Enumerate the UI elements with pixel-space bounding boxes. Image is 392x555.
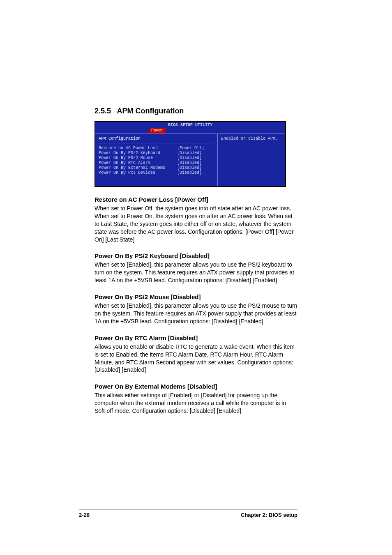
page: 2.5.5 APM Configuration BIOS SETUP UTILI…: [0, 0, 392, 555]
option-body: Allows you to enable or disable RTC to g…: [95, 343, 297, 374]
option-body: When set to Power Off, the system goes i…: [95, 205, 297, 243]
bios-row[interactable]: Power On By PCI Devices [Disabled]: [99, 170, 214, 175]
bios-row[interactable]: Power On By PS/2 Keyboard [Disabled]: [99, 151, 214, 156]
bios-row-value: [Disabled]: [177, 170, 214, 175]
bios-help-panel: Enabled or disable APM.: [218, 134, 285, 186]
bios-row[interactable]: Restore on AC Power Loss [Power Off]: [99, 146, 214, 151]
option-block: Power On By PS/2 Keyboard [Disabled] Whe…: [95, 252, 297, 284]
option-body: When set to [Enabled], this parameter al…: [95, 261, 297, 284]
bios-title: BIOS SETUP UTILITY: [95, 123, 285, 128]
bios-row-value: [Disabled]: [177, 156, 214, 161]
section-heading: APM Configuration: [117, 107, 184, 115]
bios-row-value: [Disabled]: [177, 166, 214, 170]
page-number: 2-28: [79, 512, 90, 518]
option-block: Power On By External Modems [Disabled] T…: [95, 383, 297, 415]
bios-row-label: Restore on AC Power Loss: [99, 146, 177, 151]
bios-tabs: Power: [95, 128, 285, 134]
bios-row-value: [Power Off]: [177, 146, 214, 151]
section-number: 2.5.5: [95, 107, 111, 115]
bios-row[interactable]: Power On By External Modems [Disabled]: [99, 166, 214, 170]
option-title: Restore on AC Power Loss [Power Off]: [95, 196, 297, 203]
bios-help-text: Enabled or disable APM.: [221, 136, 282, 141]
bios-header: BIOS SETUP UTILITY Power: [95, 122, 285, 134]
bios-row[interactable]: Power On By RTC Alarm [Disabled]: [99, 161, 214, 166]
option-body: When set to [Enabled], this parameter al…: [95, 302, 297, 325]
option-block: Restore on AC Power Loss [Power Off] Whe…: [95, 196, 297, 243]
option-body: This allows either settings of [Enabled]…: [95, 391, 297, 415]
page-footer: 2-28 Chapter 2: BIOS setup: [79, 509, 297, 518]
chapter-label: Chapter 2: BIOS setup: [241, 512, 297, 518]
bios-body: APM Configuration Restore on AC Power Lo…: [95, 134, 285, 186]
bios-row-label: Power On By RTC Alarm: [99, 161, 177, 166]
bios-row-value: [Disabled]: [177, 151, 214, 156]
bios-window: BIOS SETUP UTILITY Power APM Configurati…: [95, 121, 286, 187]
bios-row-label: Power On By External Modems: [99, 166, 177, 170]
option-title: Power On By External Modems [Disabled]: [95, 383, 297, 390]
bios-row-label: Power On By PCI Devices: [99, 170, 177, 175]
option-title: Power On By PS/2 Mouse [Disabled]: [95, 293, 297, 300]
bios-tab-power[interactable]: Power: [149, 128, 166, 134]
section-title: 2.5.5 APM Configuration: [95, 107, 297, 115]
option-block: Power On By RTC Alarm [Disabled] Allows …: [95, 334, 297, 374]
bios-panel-heading: APM Configuration: [99, 136, 214, 143]
bios-row-label: Power On By PS/2 Mouse: [99, 156, 177, 161]
bios-row[interactable]: Power On By PS/2 Mouse [Disabled]: [99, 156, 214, 161]
option-block: Power On By PS/2 Mouse [Disabled] When s…: [95, 293, 297, 325]
bios-row-value: [Disabled]: [177, 161, 214, 166]
bios-row-label: Power On By PS/2 Keyboard: [99, 151, 177, 156]
bios-left-panel: APM Configuration Restore on AC Power Lo…: [95, 134, 218, 186]
option-title: Power On By PS/2 Keyboard [Disabled]: [95, 252, 297, 259]
option-title: Power On By RTC Alarm [Disabled]: [95, 334, 297, 341]
